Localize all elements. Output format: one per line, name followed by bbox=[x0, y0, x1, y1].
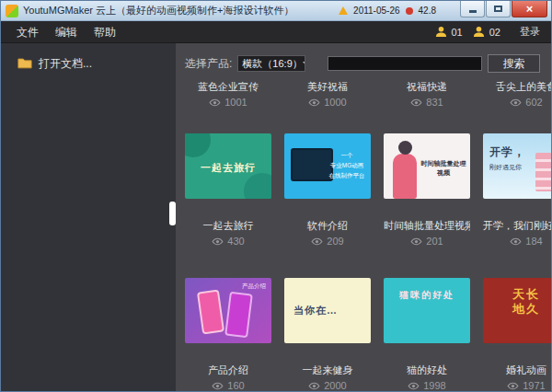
view-count: 430 bbox=[227, 236, 244, 247]
view-count: 184 bbox=[525, 236, 542, 247]
template-views: 160 bbox=[185, 380, 271, 391]
thumbnail-text: 产品介绍 bbox=[242, 282, 266, 291]
template-grid: 蓝色企业宣传 1001 美好祝福 1000 祝福快递 831 bbox=[185, 80, 551, 391]
open-document-button[interactable]: 打开文档... bbox=[1, 43, 176, 72]
user-badge-1[interactable]: 01 bbox=[452, 27, 468, 38]
product-select-value: 横款（16:9） bbox=[242, 57, 302, 71]
app-window: YoutuMGMaker 云上（最好的动画视频制作+海报设计软件） 2011-0… bbox=[0, 0, 552, 392]
eye-icon bbox=[507, 382, 519, 390]
template-title: 产品介绍 bbox=[185, 363, 271, 377]
template-card[interactable]: 猫咪的好处 猫的好处 1998 bbox=[384, 278, 470, 391]
minimize-button[interactable] bbox=[460, 1, 485, 17]
eye-icon bbox=[212, 237, 224, 246]
thumbnail-text: 当你在… bbox=[293, 304, 338, 317]
template-card[interactable]: 一个专业MG动画在线制作平台 软件介绍 209 bbox=[284, 133, 371, 247]
user-icon bbox=[473, 26, 485, 38]
eye-icon bbox=[212, 382, 224, 390]
eye-icon bbox=[308, 382, 320, 390]
template-title: 时间轴批量处理视频 bbox=[384, 219, 470, 233]
menu-item-file[interactable]: 文件 bbox=[8, 26, 47, 39]
menubar-items: 文件编辑帮助 bbox=[8, 23, 124, 40]
menu-item-help[interactable]: 帮助 bbox=[86, 26, 124, 39]
view-count: 209 bbox=[327, 236, 343, 247]
template-thumbnail[interactable]: 时间轴批量处理视频 bbox=[384, 133, 470, 199]
open-document-label: 打开文档... bbox=[39, 56, 92, 72]
search-button[interactable]: 搜索 bbox=[488, 54, 540, 73]
template-card[interactable]: 美好祝福 1000 bbox=[284, 80, 371, 108]
titlebar[interactable]: YoutuMGMaker 云上（最好的动画视频制作+海报设计软件） 2011-0… bbox=[1, 1, 551, 21]
sidebar-collapse-handle[interactable] bbox=[169, 202, 176, 225]
template-thumbnail[interactable]: 一起去旅行 bbox=[185, 133, 271, 199]
product-select[interactable]: 横款（16:9） bbox=[237, 55, 305, 72]
template-thumbnail[interactable]: 一个专业MG动画在线制作平台 bbox=[284, 133, 371, 199]
user-icon bbox=[435, 26, 447, 38]
eye-icon bbox=[410, 98, 422, 107]
chevron-down-icon bbox=[303, 62, 306, 66]
template-card[interactable]: 开学，刚好遇见你 开学，我们刚好遇见 184 bbox=[483, 133, 551, 247]
thumbnail-text: 开学，刚好遇见你 bbox=[489, 144, 525, 172]
template-views: 602 bbox=[483, 97, 551, 108]
product-select-label: 选择产品: bbox=[185, 56, 232, 72]
template-title: 婚礼动画 bbox=[483, 363, 551, 377]
eye-icon bbox=[510, 237, 522, 246]
titlebar-widgets: 2011-05-26 42.8 bbox=[339, 6, 436, 16]
template-views: 1001 bbox=[185, 97, 271, 108]
maximize-button[interactable] bbox=[486, 1, 511, 17]
template-title: 软件介绍 bbox=[284, 219, 371, 233]
menubar-right: 01 02 登录 bbox=[435, 25, 545, 39]
status-dot-icon bbox=[406, 7, 413, 15]
template-card[interactable]: 产品介绍 产品介绍 160 bbox=[185, 278, 271, 391]
eye-icon bbox=[410, 237, 422, 246]
template-thumbnail[interactable]: 当你在… bbox=[284, 278, 371, 343]
template-thumbnail[interactable]: 产品介绍 bbox=[185, 278, 271, 343]
search-input[interactable] bbox=[328, 56, 482, 71]
minimize-icon bbox=[469, 10, 477, 13]
view-count: 602 bbox=[525, 97, 542, 108]
view-count: 1001 bbox=[224, 97, 247, 108]
eye-icon bbox=[510, 98, 522, 107]
maximize-icon bbox=[494, 6, 502, 12]
window-title: YoutuMGMaker 云上（最好的动画视频制作+海报设计软件） bbox=[23, 4, 294, 17]
view-count: 160 bbox=[227, 380, 244, 391]
template-thumbnail[interactable]: 开学，刚好遇见你 bbox=[483, 133, 551, 199]
template-card[interactable]: 时间轴批量处理视频 时间轴批量处理视频 201 bbox=[384, 133, 470, 247]
view-count: 1971 bbox=[523, 380, 545, 391]
thumbnail-text: 时间轴批量处理视频 bbox=[419, 159, 468, 178]
template-views: 430 bbox=[185, 236, 271, 247]
sidebar: 打开文档... bbox=[1, 43, 176, 391]
temperature-text: 42.8 bbox=[419, 6, 436, 16]
template-views: 2000 bbox=[284, 380, 371, 391]
template-card[interactable]: 当你在… 一起来健身 2000 bbox=[284, 278, 371, 391]
template-card[interactable]: 蓝色企业宣传 1001 bbox=[185, 80, 271, 108]
eye-icon bbox=[408, 382, 420, 390]
thumbnail-text: 一起去旅行 bbox=[185, 133, 271, 175]
login-button[interactable]: 登录 bbox=[520, 25, 544, 39]
view-count: 1000 bbox=[324, 97, 346, 108]
template-views: 201 bbox=[384, 236, 470, 247]
template-title: 祝福快递 bbox=[384, 80, 470, 94]
eye-icon bbox=[209, 98, 221, 107]
view-count: 201 bbox=[426, 236, 443, 247]
template-card[interactable]: 天长地久 婚礼动画 1971 bbox=[483, 278, 551, 391]
thumbnail-text: 天长地久 bbox=[483, 278, 551, 317]
toolbar: 选择产品: 横款（16:9） 搜索 bbox=[185, 43, 551, 73]
view-count: 2000 bbox=[324, 380, 346, 391]
close-button[interactable]: × bbox=[512, 1, 547, 17]
template-views: 184 bbox=[483, 236, 551, 247]
template-views: 1998 bbox=[384, 380, 470, 391]
template-card[interactable]: 一起去旅行 一起去旅行 430 bbox=[185, 133, 271, 247]
template-row: 蓝色企业宣传 1001 美好祝福 1000 祝福快递 831 bbox=[185, 80, 551, 108]
template-card[interactable]: 舌尖上的美食 602 bbox=[483, 80, 551, 108]
thumbnail-text: 猫咪的好处 bbox=[384, 278, 470, 302]
user-badge-2[interactable]: 02 bbox=[489, 27, 506, 38]
window-controls: × bbox=[460, 1, 547, 17]
template-card[interactable]: 祝福快递 831 bbox=[384, 80, 470, 108]
template-row: 产品介绍 产品介绍 160 当你在… 一起来健身 2000 猫咪的好处 猫的好处 bbox=[185, 278, 551, 391]
app-icon bbox=[6, 5, 18, 17]
folder-icon bbox=[17, 57, 32, 72]
menu-item-edit[interactable]: 编辑 bbox=[47, 26, 86, 39]
template-thumbnail[interactable]: 天长地久 bbox=[483, 278, 551, 343]
template-thumbnail[interactable]: 猫咪的好处 bbox=[384, 278, 470, 343]
warning-icon bbox=[339, 6, 348, 15]
eye-icon bbox=[308, 98, 320, 107]
